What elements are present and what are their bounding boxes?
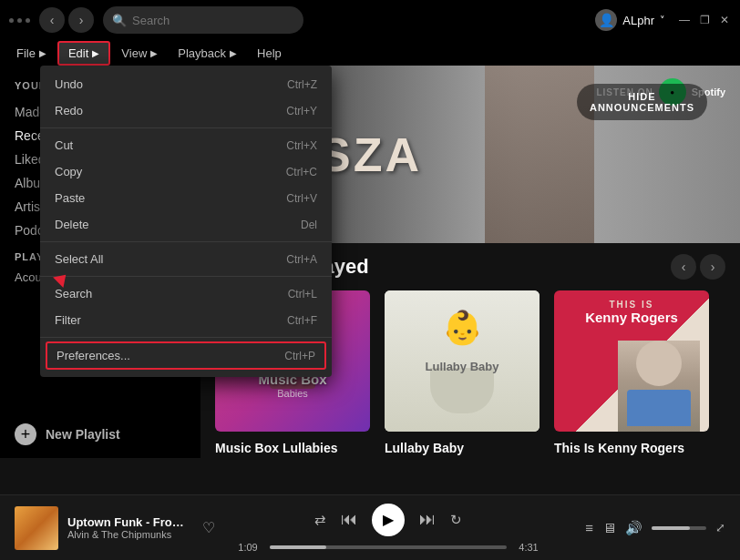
progress-fill bbox=[270, 545, 326, 549]
menu-preferences[interactable]: Preferences... Ctrl+P bbox=[46, 341, 326, 370]
volume-fill bbox=[652, 526, 690, 530]
cards-nav-forward[interactable]: › bbox=[700, 254, 725, 280]
filter-shortcut: Ctrl+F bbox=[287, 314, 317, 327]
baby-icon: 👶 bbox=[442, 309, 483, 347]
select-all-label: Select All bbox=[55, 252, 103, 266]
menu-playback[interactable]: Playback ▶ bbox=[169, 43, 246, 64]
menu-filter[interactable]: Filter Ctrl+F bbox=[40, 307, 332, 333]
nav-forward-button[interactable]: › bbox=[68, 7, 94, 33]
menu-delete[interactable]: Delete Del bbox=[40, 211, 332, 238]
play-button[interactable]: ▶ bbox=[372, 504, 405, 536]
time-total: 4:31 bbox=[514, 542, 543, 553]
card-lullaby[interactable]: 👶 Lullaby Baby Lullaby Baby Lull your li… bbox=[385, 290, 540, 458]
menu-help[interactable]: Help bbox=[248, 43, 291, 64]
cut-shortcut: Ctrl+X bbox=[286, 139, 317, 152]
user-area: 👤 ALphr ˅ bbox=[595, 9, 665, 31]
track-text: Uptown Funk - From "Alvi Alvin & The Chi… bbox=[67, 515, 193, 540]
kenny-name: Kenny Rogers bbox=[554, 310, 709, 326]
card-img-kenny: THIS IS Kenny Rogers bbox=[554, 290, 709, 432]
menu-edit[interactable]: Edit ▶ bbox=[57, 41, 110, 66]
search-bar[interactable]: 🔍 bbox=[103, 6, 303, 34]
volume-slider[interactable] bbox=[652, 526, 706, 530]
fullscreen-button[interactable]: ⤢ bbox=[715, 521, 725, 535]
prev-button[interactable]: ⏮ bbox=[341, 510, 357, 529]
user-name: ALphr bbox=[622, 14, 654, 27]
menu-file[interactable]: File ▶ bbox=[7, 43, 56, 64]
menu-edit-label: Edit bbox=[68, 46, 88, 60]
divider-3 bbox=[40, 276, 332, 277]
undo-label: Undo bbox=[55, 77, 83, 91]
divider-1 bbox=[40, 127, 332, 128]
now-playing-bar: Uptown Funk - From "Alvi Alvin & The Chi… bbox=[0, 494, 740, 560]
menu-paste[interactable]: Paste Ctrl+V bbox=[40, 185, 332, 211]
dot-2 bbox=[17, 18, 22, 23]
search-shortcut: Ctrl+L bbox=[288, 288, 317, 300]
menu-search[interactable]: Search Ctrl+L bbox=[40, 280, 332, 307]
filter-label: Filter bbox=[55, 313, 81, 327]
title-bar: ‹ › 🔍 👤 ALphr ˅ — ❐ ✕ bbox=[0, 0, 740, 40]
delete-shortcut: Del bbox=[301, 219, 317, 231]
cut-label: Cut bbox=[55, 138, 73, 152]
card-kenny[interactable]: THIS IS Kenny Rogers This Is Kenny Roger… bbox=[554, 290, 709, 458]
restore-button[interactable]: ❐ bbox=[698, 14, 711, 26]
track-info: Uptown Funk - From "Alvi Alvin & The Chi… bbox=[15, 506, 215, 550]
menu-view[interactable]: View ▶ bbox=[112, 43, 167, 64]
card-title-kenny: This Is Kenny Rogers bbox=[554, 441, 709, 455]
window-dots bbox=[9, 18, 30, 23]
kenny-photo-bg bbox=[618, 341, 700, 432]
minimize-button[interactable]: — bbox=[678, 14, 691, 26]
search-icon: 🔍 bbox=[112, 14, 127, 27]
plus-icon: + bbox=[15, 423, 36, 445]
devices-button[interactable]: 🖥 bbox=[602, 520, 616, 535]
search-input[interactable] bbox=[132, 14, 278, 27]
cards-nav-back[interactable]: ‹ bbox=[671, 254, 696, 280]
nav-back-button[interactable]: ‹ bbox=[39, 7, 65, 33]
chevron-down-icon: ˅ bbox=[660, 15, 665, 26]
track-name: Uptown Funk - From "Alvi bbox=[67, 515, 186, 529]
new-playlist-button[interactable]: + New Playlist bbox=[0, 411, 200, 458]
lullaby-text: Lullaby Baby bbox=[426, 360, 499, 375]
card-title-music-box: Music Box Lullabies bbox=[215, 441, 370, 455]
avatar: 👤 bbox=[595, 9, 617, 31]
menu-playback-label: Playback bbox=[178, 46, 226, 60]
volume-button[interactable]: 🔊 bbox=[625, 520, 642, 536]
kenny-head bbox=[636, 341, 682, 386]
player-controls: ⇄ ⏮ ▶ ⏭ ↻ 1:09 4:31 bbox=[215, 504, 561, 553]
progress-track[interactable] bbox=[270, 545, 507, 549]
new-playlist-label: New Playlist bbox=[46, 427, 120, 442]
hide-announcements-button[interactable]: HIDE ANNOUNCEMENTS bbox=[577, 84, 707, 120]
queue-button[interactable]: ≡ bbox=[585, 520, 593, 535]
track-thumbnail bbox=[15, 506, 58, 550]
lullaby-visual: 👶 Lullaby Baby bbox=[385, 290, 540, 432]
repeat-button[interactable]: ↻ bbox=[450, 512, 462, 528]
menu-view-label: View bbox=[121, 46, 147, 60]
redo-label: Redo bbox=[55, 104, 83, 117]
track-thumb-image bbox=[15, 506, 58, 550]
control-buttons: ⇄ ⏮ ▶ ⏭ ↻ bbox=[314, 504, 462, 536]
shuffle-button[interactable]: ⇄ bbox=[314, 512, 326, 528]
heart-icon[interactable]: ♡ bbox=[202, 519, 215, 536]
copy-label: Copy bbox=[55, 165, 82, 178]
close-button[interactable]: ✕ bbox=[718, 14, 731, 26]
menu-help-label: Help bbox=[257, 46, 282, 60]
dot-3 bbox=[26, 18, 30, 23]
menu-edit-arrow: ▶ bbox=[92, 48, 99, 58]
undo-shortcut: Ctrl+Z bbox=[287, 78, 317, 91]
preferences-label: Preferences... bbox=[57, 349, 130, 362]
time-current: 1:09 bbox=[233, 542, 262, 553]
card-title-lullaby: Lullaby Baby bbox=[385, 441, 540, 455]
edit-dropdown: Undo Ctrl+Z Redo Ctrl+Y Cut Ctrl+X Copy … bbox=[40, 66, 332, 377]
divider-2 bbox=[40, 241, 332, 242]
redo-shortcut: Ctrl+Y bbox=[286, 105, 317, 117]
menu-undo[interactable]: Undo Ctrl+Z bbox=[40, 71, 332, 97]
music-box-sub: Babies bbox=[221, 388, 365, 399]
menu-select-all[interactable]: Select All Ctrl+A bbox=[40, 246, 332, 272]
menu-redo[interactable]: Redo Ctrl+Y bbox=[40, 97, 332, 124]
next-button[interactable]: ⏭ bbox=[419, 510, 436, 529]
menu-copy[interactable]: Copy Ctrl+C bbox=[40, 158, 332, 185]
dot-1 bbox=[9, 18, 14, 23]
nav-buttons: ‹ › bbox=[39, 7, 94, 33]
preferences-shortcut: Ctrl+P bbox=[284, 350, 315, 362]
menu-cut[interactable]: Cut Ctrl+X bbox=[40, 132, 332, 158]
copy-shortcut: Ctrl+C bbox=[286, 166, 317, 178]
